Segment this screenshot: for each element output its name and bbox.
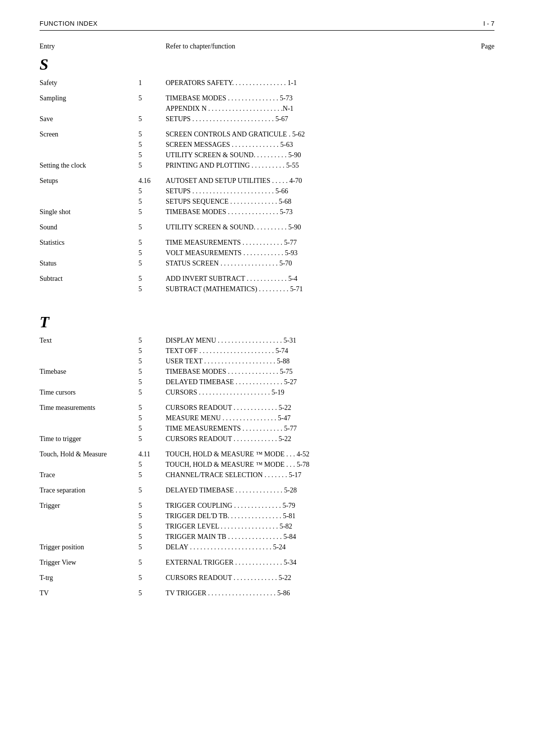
ref-cell: APPENDIX N . . . . . . . . . . . . . . .… [166,103,494,114]
chapter-cell: 5 [138,258,166,268]
chapter-cell: 5 [138,346,166,356]
table-row: 5USER TEXT . . . . . . . . . . . . . . .… [40,356,494,366]
spacer [40,552,494,557]
table-row: 5TIME MEASUREMENTS . . . . . . . . . . .… [40,423,494,434]
ref-cell: CURSORS . . . . . . . . . . . . . . . . … [166,387,494,398]
spacer [40,444,494,449]
entry-cell: Trace [40,470,138,480]
table-row: 5TRIGGER MAIN TB . . . . . . . . . . . .… [40,532,494,542]
header-page: I - 7 [484,20,494,27]
entry-cell: Trigger View [40,557,138,568]
entry-cell: Trigger [40,500,138,511]
entry-cell: Single shot [40,207,138,217]
spacer [40,124,494,129]
page: FUNCTION INDEX I - 7 Entry Refer to chap… [0,0,534,756]
table-row: Time measurements5CURSORS READOUT . . . … [40,402,494,413]
spacer [40,171,494,176]
ref-cell: USER TEXT . . . . . . . . . . . . . . . … [166,356,494,366]
chapter-cell: 5 [138,485,166,495]
ref-cell: AUTOSET AND SETUP UTILITIES . . . . . 4-… [166,176,494,186]
ref-cell: TIMEBASE MODES . . . . . . . . . . . . .… [166,366,494,377]
entry-cell: Touch, Hold & Measure [40,449,138,459]
entry-cell: Trigger position [40,542,138,552]
ref-cell: DISPLAY MENU . . . . . . . . . . . . . .… [166,335,494,346]
col-header-refer: Refer to chapter/function [166,43,465,50]
table-row: Single shot5TIMEBASE MODES . . . . . . .… [40,207,494,217]
table-row: Text5DISPLAY MENU . . . . . . . . . . . … [40,335,494,346]
chapter-cell: 5 [138,248,166,258]
entry-cell: Safety [40,78,138,88]
chapter-cell: 5 [138,470,166,480]
table-row: 5SUBTRACT (MATHEMATICS) . . . . . . . . … [40,284,494,294]
table-row: Time cursors5CURSORS . . . . . . . . . .… [40,387,494,398]
ref-cell: UTILITY SCREEN & SOUND. . . . . . . . . … [166,222,494,232]
ref-cell: CHANNEL/TRACE SELECTION . . . . . . . 5-… [166,470,494,480]
spacer [40,268,494,273]
table-row: Trace5CHANNEL/TRACE SELECTION . . . . . … [40,470,494,480]
table-row: 5SETUPS SEQUENCE . . . . . . . . . . . .… [40,196,494,207]
chapter-cell: 5 [138,186,166,196]
chapter-cell: 5 [138,273,166,284]
table-row: Touch, Hold & Measure4.11TOUCH, HOLD & M… [40,449,494,459]
table-row: Status5STATUS SCREEN . . . . . . . . . .… [40,258,494,268]
chapter-cell: 4.11 [138,449,166,459]
spacer [40,495,494,500]
chapter-cell: 5 [138,160,166,171]
chapter-cell: 5 [138,207,166,217]
section-table-S: Safety1OPERATORS SAFETY. . . . . . . . .… [40,78,494,294]
entry-cell: Screen [40,129,138,139]
col-header-chapter [138,43,166,50]
ref-cell: TOUCH, HOLD & MEASURE ™ MODE . . . 5-78 [166,459,494,470]
ref-cell: SETUPS . . . . . . . . . . . . . . . . .… [166,114,494,124]
entry-cell: Time measurements [40,402,138,413]
ref-cell: CURSORS READOUT . . . . . . . . . . . . … [166,573,494,583]
ref-cell: CURSORS READOUT . . . . . . . . . . . . … [166,434,494,444]
chapter-cell: 5 [138,542,166,552]
spacer [40,480,494,485]
table-row: Timebase5TIMEBASE MODES . . . . . . . . … [40,366,494,377]
index-content: SSafety1OPERATORS SAFETY. . . . . . . . … [40,55,494,598]
entry-cell: TV [40,588,138,598]
ref-cell: SCREEN MESSAGES . . . . . . . . . . . . … [166,139,494,150]
entry-cell: Trace separation [40,485,138,495]
table-row: 5TEXT OFF . . . . . . . . . . . . . . . … [40,346,494,356]
entry-cell: Setups [40,176,138,186]
ref-cell: TIME MEASUREMENTS . . . . . . . . . . . … [166,237,494,248]
table-row: TV5TV TRIGGER . . . . . . . . . . . . . … [40,588,494,598]
ref-cell: OPERATORS SAFETY. . . . . . . . . . . . … [166,78,494,88]
table-row: Subtract5ADD INVERT SUBTRACT . . . . . .… [40,273,494,284]
chapter-cell: 5 [138,387,166,398]
column-headers: Entry Refer to chapter/function Page [40,43,494,50]
table-row: Safety1OPERATORS SAFETY. . . . . . . . .… [40,78,494,88]
entry-cell: Setting the clock [40,160,138,171]
ref-cell: TRIGGER DEL'D TB. . . . . . . . . . . . … [166,511,494,521]
entry-cell: Timebase [40,366,138,377]
ref-cell: EXTERNAL TRIGGER . . . . . . . . . . . .… [166,557,494,568]
table-row: 5TRIGGER DEL'D TB. . . . . . . . . . . .… [40,511,494,521]
ref-cell: DELAYED TIMEBASE . . . . . . . . . . . .… [166,377,494,387]
table-row: Trigger5TRIGGER COUPLING . . . . . . . .… [40,500,494,511]
table-row: Setting the clock5PRINTING AND PLOTTING … [40,160,494,171]
chapter-cell: 5 [138,284,166,294]
table-row: 5TOUCH, HOLD & MEASURE ™ MODE . . . 5-78 [40,459,494,470]
chapter-cell: 5 [138,434,166,444]
ref-cell: TEXT OFF . . . . . . . . . . . . . . . .… [166,346,494,356]
spacer [40,398,494,402]
spacer [40,88,494,93]
ref-cell: TRIGGER LEVEL . . . . . . . . . . . . . … [166,521,494,532]
chapter-cell: 5 [138,366,166,377]
table-row: 5SCREEN MESSAGES . . . . . . . . . . . .… [40,139,494,150]
table-row: 5UTILITY SCREEN & SOUND. . . . . . . . .… [40,150,494,160]
chapter-cell: 5 [138,335,166,346]
section-spacer [40,294,494,308]
ref-cell: PRINTING AND PLOTTING . . . . . . . . . … [166,160,494,171]
chapter-cell: 5 [138,521,166,532]
chapter-cell: 5 [138,459,166,470]
ref-cell: TIMEBASE MODES . . . . . . . . . . . . .… [166,207,494,217]
col-header-page: Page [465,43,494,50]
ref-cell: TIME MEASUREMENTS . . . . . . . . . . . … [166,423,494,434]
chapter-cell: 5 [138,532,166,542]
chapter-cell: 5 [138,500,166,511]
ref-cell: SUBTRACT (MATHEMATICS) . . . . . . . . .… [166,284,494,294]
entry-cell: Time cursors [40,387,138,398]
